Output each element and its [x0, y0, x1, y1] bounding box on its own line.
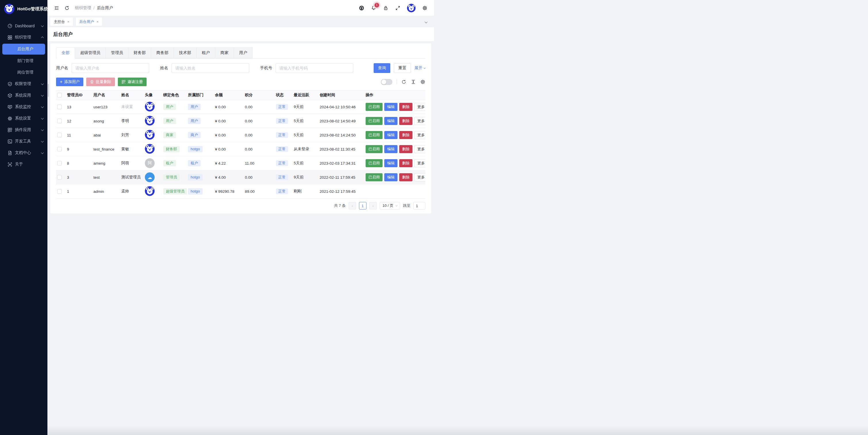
cell-points: 0.00: [244, 133, 275, 137]
gear-icon: [7, 116, 12, 121]
sidebar-item-system-apps[interactable]: 系统应用: [0, 90, 48, 101]
more-button[interactable]: 更多: [414, 103, 425, 111]
role-tab-admin[interactable]: 管理员: [106, 48, 128, 58]
jump-page-input[interactable]: [413, 202, 425, 210]
cell-name: 孟帅: [120, 189, 144, 194]
enabled-button[interactable]: 已启用: [366, 173, 382, 181]
prev-page-button[interactable]: ‹: [349, 202, 356, 210]
tab-console[interactable]: 主控台 ×: [50, 18, 73, 26]
add-user-button[interactable]: + 添加用户: [56, 77, 83, 86]
sidebar-item-dev-tools[interactable]: 开发工具: [0, 135, 48, 147]
sidebar-item-backend-users[interactable]: 后台用户: [2, 44, 45, 55]
reset-button[interactable]: 重置: [394, 63, 411, 73]
close-icon[interactable]: ×: [97, 20, 99, 24]
more-button[interactable]: 更多: [414, 117, 425, 125]
more-button[interactable]: 更多: [414, 131, 425, 139]
page-size-value: 10 / 页: [382, 203, 394, 208]
row-checkbox[interactable]: [57, 189, 62, 194]
notifications-bell-icon[interactable]: 1: [371, 5, 376, 11]
search-button[interactable]: 查询: [374, 63, 390, 73]
page-1-button[interactable]: 1: [359, 202, 367, 210]
row-height-icon[interactable]: [411, 79, 416, 85]
row-checkbox[interactable]: [57, 104, 62, 109]
refresh-table-icon[interactable]: [401, 79, 406, 85]
role-tab-tenant[interactable]: 租户: [196, 48, 215, 58]
more-button[interactable]: 更多: [414, 173, 425, 181]
delete-button[interactable]: 删除: [399, 173, 412, 181]
sidebar-item-system-settings[interactable]: 系统设置: [0, 113, 48, 124]
delete-button[interactable]: 删除: [399, 131, 412, 139]
sidebar-menu: Dashboard 组织管理 后台用户 部门管理 岗位管理 权限管理 系统应用: [0, 18, 48, 170]
cell-balance: ¥ 0.00: [214, 133, 244, 137]
row-checkbox[interactable]: [57, 175, 62, 180]
role-tab-business[interactable]: 商务部: [151, 48, 174, 58]
enabled-button[interactable]: 已启用: [366, 131, 382, 139]
close-icon[interactable]: ×: [67, 20, 69, 24]
more-button[interactable]: 更多: [414, 159, 425, 167]
column-settings-gear-icon[interactable]: [420, 79, 425, 85]
role-tab-user[interactable]: 用户: [234, 48, 253, 58]
breadcrumb-section[interactable]: 组织管理: [75, 5, 91, 11]
username-input[interactable]: [71, 63, 149, 73]
role-tab-super-admin[interactable]: 超级管理员: [75, 48, 106, 58]
enabled-button[interactable]: 已启用: [366, 103, 382, 111]
edit-button[interactable]: 编辑: [384, 145, 398, 153]
striped-toggle[interactable]: [381, 79, 392, 85]
tabs-menu-chevron-icon[interactable]: [425, 19, 431, 24]
expand-filters-link[interactable]: 展开: [414, 65, 425, 71]
cell-username: admin: [92, 189, 120, 194]
github-icon[interactable]: [359, 5, 365, 11]
sidebar-item-about[interactable]: 关于: [0, 159, 48, 170]
select-all-checkbox[interactable]: [57, 93, 62, 97]
role-tab-all[interactable]: 全部: [56, 48, 75, 59]
fullscreen-icon[interactable]: [395, 5, 401, 11]
row-checkbox[interactable]: [57, 133, 62, 137]
collapse-sidebar-icon[interactable]: [54, 5, 60, 11]
invite-register-button[interactable]: 邀请注册: [118, 77, 147, 86]
sidebar-item-system-monitor[interactable]: 系统监控: [0, 101, 48, 113]
sidebar-item-docs[interactable]: 文档中心: [0, 147, 48, 159]
sidebar-item-organization[interactable]: 组织管理: [0, 32, 48, 43]
edit-button[interactable]: 编辑: [384, 131, 398, 139]
app-logo-row[interactable]: HotGo管理系统: [0, 0, 48, 18]
role-tab-merchant[interactable]: 商家: [215, 48, 234, 58]
sidebar-scrollbar[interactable]: [48, 84, 49, 97]
sidebar-item-dashboard[interactable]: Dashboard: [0, 20, 48, 32]
edit-button[interactable]: 编辑: [384, 173, 398, 181]
batch-delete-button[interactable]: 批量删除: [86, 77, 115, 86]
sidebar-item-positions[interactable]: 岗位管理: [0, 67, 48, 78]
lock-screen-icon[interactable]: [383, 5, 389, 11]
row-checkbox[interactable]: [57, 147, 62, 151]
enabled-button[interactable]: 已启用: [366, 117, 382, 125]
delete-button[interactable]: 删除: [399, 159, 412, 167]
tab-backend-users[interactable]: 后台用户 ×: [76, 18, 102, 26]
table-row: 1 admin 孟帅 超级管理员 hotgo ¥ 99290.78 89.00 …: [56, 184, 425, 198]
delete-button[interactable]: 删除: [399, 103, 412, 111]
sidebar-item-departments[interactable]: 部门管理: [0, 55, 48, 67]
col-name: 姓名: [120, 93, 144, 98]
row-checkbox[interactable]: [57, 161, 62, 165]
edit-button[interactable]: 编辑: [384, 159, 398, 167]
edit-button[interactable]: 编辑: [384, 117, 398, 125]
edit-button[interactable]: 编辑: [384, 103, 398, 111]
user-avatar[interactable]: [407, 4, 415, 12]
chevron-down-icon: [41, 24, 44, 27]
sidebar-item-permissions[interactable]: 权限管理: [0, 78, 48, 90]
page-size-select[interactable]: 10 / 页: [380, 202, 400, 210]
sidebar-item-plugins[interactable]: 插件应用: [0, 124, 48, 135]
enabled-button[interactable]: 已启用: [366, 145, 382, 153]
row-checkbox[interactable]: [57, 119, 62, 123]
realname-input[interactable]: [172, 63, 249, 73]
enabled-button[interactable]: 已启用: [366, 159, 382, 167]
more-button[interactable]: 更多: [414, 145, 425, 153]
role-tab-tech[interactable]: 技术部: [174, 48, 196, 58]
delete-button[interactable]: 删除: [399, 145, 412, 153]
role-tab-finance[interactable]: 财务部: [128, 48, 151, 58]
settings-gear-icon[interactable]: [422, 5, 428, 11]
sidebar-item-label: 系统监控: [15, 104, 41, 110]
delete-button[interactable]: 删除: [399, 117, 412, 125]
avatar: ☁: [145, 173, 155, 182]
reload-page-icon[interactable]: [64, 5, 70, 11]
next-page-button[interactable]: ›: [369, 202, 377, 210]
mobile-input[interactable]: [276, 63, 353, 73]
